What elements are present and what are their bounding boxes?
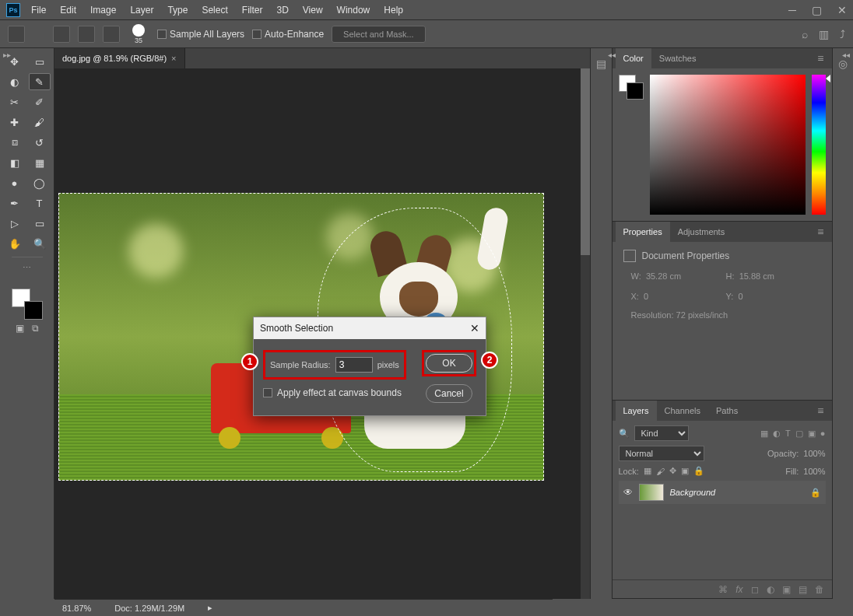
quick-select-tool[interactable]: ✎ xyxy=(29,73,51,90)
filter-pixel-icon[interactable]: ▦ xyxy=(760,429,768,439)
eraser-tool[interactable]: ◧ xyxy=(4,154,26,171)
window-maximize-icon[interactable]: ▢ xyxy=(812,4,822,16)
status-doc-info[interactable]: Doc: 1.29M/1.29M xyxy=(114,604,184,613)
document-tab[interactable]: dog.jpg @ 81.9% (RGB/8#) × xyxy=(54,48,185,68)
tab-swatches[interactable]: Swatches xyxy=(651,48,704,68)
blur-tool[interactable]: ● xyxy=(4,174,26,191)
layer-row-background[interactable]: 👁 Background 🔒 xyxy=(619,481,826,504)
tab-layers[interactable]: Layers xyxy=(616,401,657,421)
auto-enhance-checkbox[interactable] xyxy=(252,30,262,39)
layer-visibility-icon[interactable]: 👁 xyxy=(623,487,633,498)
hand-tool[interactable]: ✋ xyxy=(4,235,26,252)
menu-help[interactable]: Help xyxy=(384,5,403,16)
lock-artboard-icon[interactable]: ▣ xyxy=(681,466,689,476)
subtract-selection-icon[interactable] xyxy=(103,26,120,43)
tab-properties[interactable]: Properties xyxy=(616,222,670,242)
blend-mode-select[interactable]: Normal xyxy=(619,446,704,461)
shape-tool[interactable]: ▭ xyxy=(29,215,51,232)
type-tool[interactable]: T xyxy=(29,194,51,212)
color-hue-strip[interactable] xyxy=(812,75,826,215)
eyedropper-tool[interactable]: ✐ xyxy=(29,93,51,110)
panel-expand-right-icon[interactable]: ◂◂ xyxy=(842,51,850,59)
layer-group-icon[interactable]: ▣ xyxy=(782,584,791,595)
dodge-tool[interactable]: ◯ xyxy=(29,174,51,191)
sample-radius-input[interactable] xyxy=(335,357,373,373)
sample-all-layers-checkbox[interactable] xyxy=(157,30,167,39)
crop-tool[interactable]: ✂ xyxy=(4,93,26,110)
color-fb-swatch[interactable] xyxy=(619,75,644,100)
layer-thumbnail[interactable] xyxy=(639,484,664,501)
menu-3d[interactable]: 3D xyxy=(276,5,288,16)
menu-type[interactable]: Type xyxy=(167,5,188,16)
panel-menu-icon[interactable]: ≡ xyxy=(813,226,828,238)
menu-select[interactable]: Select xyxy=(202,5,227,16)
layers-kind-search-icon[interactable]: 🔍 xyxy=(619,429,630,439)
tab-channels[interactable]: Channels xyxy=(657,401,708,421)
new-layer-icon[interactable]: ▤ xyxy=(799,584,807,595)
panel-menu-icon[interactable]: ≡ xyxy=(813,404,828,417)
color-saturation-box[interactable] xyxy=(650,75,806,215)
opacity-value[interactable]: 100% xyxy=(803,449,825,458)
status-chevron-icon[interactable]: ▸ xyxy=(208,603,212,613)
brush-tool[interactable]: 🖌 xyxy=(29,114,51,131)
link-layers-icon[interactable]: ⌘ xyxy=(718,584,728,595)
stamp-tool[interactable]: ⧈ xyxy=(4,134,26,151)
search-icon[interactable]: ⌕ xyxy=(802,28,808,40)
window-minimize-icon[interactable]: ─ xyxy=(788,4,796,16)
panel-expand-mid-icon[interactable]: ◂◂ xyxy=(608,51,616,59)
vertical-scrollbar[interactable] xyxy=(581,68,590,599)
tab-close-icon[interactable]: × xyxy=(171,54,176,63)
tab-adjustments[interactable]: Adjustments xyxy=(670,222,733,242)
filter-type-icon[interactable]: T xyxy=(785,429,791,439)
new-selection-icon[interactable] xyxy=(53,26,70,43)
path-select-tool[interactable]: ▷ xyxy=(4,215,26,232)
layer-style-icon[interactable]: fx xyxy=(735,584,742,595)
edit-toolbar-icon[interactable]: ⋯ xyxy=(23,263,31,273)
filter-smart-icon[interactable]: ▣ xyxy=(808,429,816,439)
dock-icon-1[interactable]: ▤ xyxy=(596,58,606,70)
cc-libraries-icon[interactable]: ◎ xyxy=(838,58,848,70)
screenmode-icon[interactable]: ⧉ xyxy=(32,323,39,334)
lasso-tool[interactable]: ◐ xyxy=(4,73,26,90)
lock-all-icon[interactable]: 🔒 xyxy=(693,466,704,476)
menu-file[interactable]: File xyxy=(31,5,46,16)
tool-preset-icon[interactable] xyxy=(8,26,25,43)
lock-transparency-icon[interactable]: ▦ xyxy=(644,466,651,476)
delete-layer-icon[interactable]: 🗑 xyxy=(815,584,824,595)
select-and-mask-button[interactable]: Select and Mask... xyxy=(332,26,426,43)
marquee-tool[interactable]: ▭ xyxy=(29,53,51,70)
panel-expand-left-icon[interactable]: ▸▸ xyxy=(3,51,11,59)
menu-layer[interactable]: Layer xyxy=(130,5,153,16)
filter-adjust-icon[interactable]: ◐ xyxy=(773,429,781,439)
apply-bounds-checkbox[interactable] xyxy=(263,388,272,397)
history-brush-tool[interactable]: ↺ xyxy=(29,134,51,151)
share-icon[interactable]: ⤴ xyxy=(840,28,845,40)
add-selection-icon[interactable] xyxy=(78,26,95,43)
ok-button[interactable]: OK xyxy=(426,354,472,373)
layers-kind-select[interactable]: Kind xyxy=(634,425,689,441)
panel-menu-icon[interactable]: ≡ xyxy=(813,52,828,65)
quickmask-icon[interactable]: ▣ xyxy=(16,323,24,334)
menu-window[interactable]: Window xyxy=(337,5,370,16)
zoom-tool[interactable]: 🔍 xyxy=(29,235,51,252)
window-close-icon[interactable]: ✕ xyxy=(837,4,847,16)
dialog-close-icon[interactable]: ✕ xyxy=(470,322,479,334)
fill-value[interactable]: 100% xyxy=(803,467,825,476)
workspace-icon[interactable]: ▥ xyxy=(819,28,829,40)
menu-filter[interactable]: Filter xyxy=(242,5,263,16)
gradient-tool[interactable]: ▦ xyxy=(29,154,51,171)
cancel-button[interactable]: Cancel xyxy=(426,384,472,403)
heal-tool[interactable]: ✚ xyxy=(4,114,26,131)
tab-paths[interactable]: Paths xyxy=(708,401,746,421)
layer-mask-icon[interactable]: ◻ xyxy=(751,584,759,595)
foreground-background-swatch[interactable] xyxy=(12,289,43,320)
adjustment-layer-icon[interactable]: ◐ xyxy=(767,584,774,595)
menu-edit[interactable]: Edit xyxy=(60,5,76,16)
filter-toggle-icon[interactable]: ● xyxy=(820,429,826,439)
menu-view[interactable]: View xyxy=(303,5,323,16)
brush-size-preview[interactable]: 35 xyxy=(132,24,145,44)
lock-position-icon[interactable]: ✥ xyxy=(669,466,676,476)
pen-tool[interactable]: ✒ xyxy=(4,194,26,212)
lock-image-icon[interactable]: 🖌 xyxy=(656,467,665,476)
menu-image[interactable]: Image xyxy=(90,5,116,16)
